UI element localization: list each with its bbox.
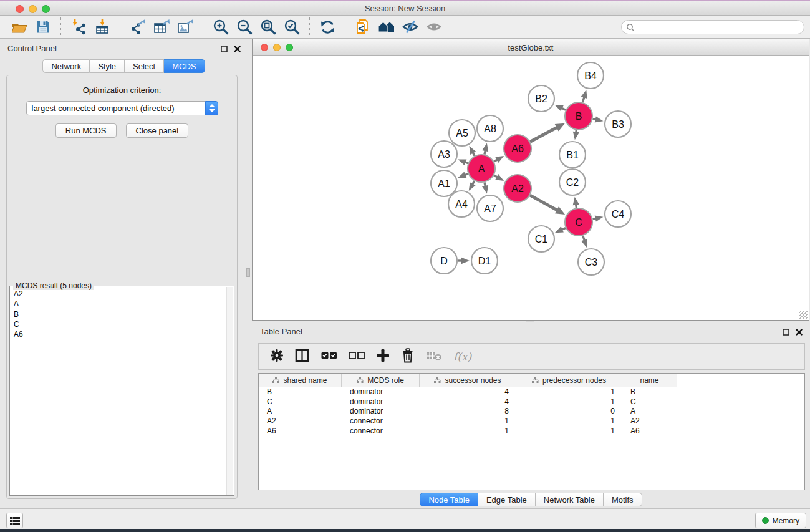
mcds-result-item[interactable]: A [11,299,225,309]
graph-node-label: A5 [456,128,468,138]
refresh-layout-icon[interactable] [317,17,338,37]
graph-node-label: C [575,217,582,228]
graph-edge-A6-B[interactable] [530,127,557,142]
mcds-result-item[interactable]: A6 [11,329,225,339]
vertical-split-handle[interactable] [246,268,250,277]
table-cell: dominator [342,407,420,417]
edge-arrowhead-icon [495,156,504,163]
memory-button[interactable]: Memory [755,513,806,528]
graph-node-label: A6 [511,143,524,154]
tab-motifs[interactable]: Motifs [604,493,642,506]
mcds-result-list: A2ABCA6 [11,289,225,494]
control-panel-close-icon[interactable] [233,44,241,53]
table-row[interactable]: Adominator80A [259,407,804,417]
tab-select[interactable]: Select [125,59,164,73]
table-cell: A2 [622,417,677,427]
table-row[interactable]: A6connector11A6 [259,427,804,437]
network-graph[interactable]: B4B2BB3A5A8A6B1A3AC2A1A2A4A7C4CC1C3DD1 [253,56,809,320]
export-network-icon[interactable] [127,17,148,37]
graph-node-label: A [478,163,485,174]
result-list-scrollbar[interactable] [226,287,233,495]
network-canvas[interactable]: B4B2BB3A5A8A6B1A3AC2A1A2A4A7C4CC1C3DD1 [253,56,809,320]
network-window-titlebar: testGlobe.txt [253,39,809,56]
control-panel-float-icon[interactable] [219,44,228,53]
zoom-selected-icon[interactable] [281,17,302,37]
table-cell: C [622,397,677,407]
hide-graphics-details-icon[interactable] [400,17,421,37]
graph-node-label: C3 [585,257,598,268]
toolbar-separator [60,17,61,36]
import-network-icon[interactable] [68,17,89,37]
create-column-plus-icon[interactable] [376,349,390,365]
tab-node-table[interactable]: Node Table [420,493,478,506]
criterion-dropdown[interactable]: largest connected component (directed) [26,101,218,115]
memory-status-dot [762,517,769,524]
edge-arrowhead-icon [461,258,470,264]
unselect-all-columns-icon[interactable] [349,351,365,362]
zoom-fit-icon[interactable] [258,17,279,37]
table-row[interactable]: Bdominator41B [259,387,804,397]
table-row[interactable]: A2connector11A2 [259,417,804,427]
column-header-MCDS-role[interactable]: MCDS role [342,374,420,387]
edge-arrowhead-icon [555,226,564,233]
edge-arrowhead-icon [495,174,504,181]
graph-node-label: B [576,111,582,122]
window-resize-grip[interactable] [799,311,808,319]
table-settings-gear-icon[interactable] [270,349,284,365]
dropdown-stepper-icon [205,101,218,115]
column-header-predecessor-nodes[interactable]: predecessor nodes [516,374,622,387]
mcds-result-item[interactable]: B [11,309,225,319]
tab-style[interactable]: Style [90,59,125,73]
desktop-edge-bottom [0,529,810,532]
table-cell: B [622,387,677,397]
graph-node-label: B2 [535,94,547,104]
show-graphics-details-icon[interactable] [423,17,445,37]
graph-node-label: D1 [478,256,491,266]
table-panel-close-icon[interactable] [794,327,803,336]
edge-arrowhead-icon [595,116,604,122]
close-panel-button[interactable]: Close panel [126,123,189,138]
table-panel-float-icon[interactable] [781,327,790,336]
delete-column-trash-icon[interactable] [401,348,415,365]
run-mcds-button[interactable]: Run MCDS [55,123,117,138]
control-panel-tabs: NetworkStyleSelectMCDS [0,59,248,73]
import-table-icon[interactable] [92,17,113,37]
save-session-icon[interactable] [32,17,54,37]
export-table-icon[interactable] [151,17,172,37]
column-header-label: name [640,376,658,385]
tab-network-table[interactable]: Network Table [536,493,604,506]
toolbar-separator [345,17,345,36]
zoom-out-icon[interactable] [234,17,255,37]
search-input[interactable] [638,21,799,33]
task-history-button[interactable] [6,513,23,528]
memory-button-label: Memory [773,516,799,525]
open-session-icon[interactable] [9,17,30,37]
column-header-name[interactable]: name [622,374,677,387]
table-cell: A6 [622,427,677,437]
zoom-in-icon[interactable] [210,17,231,37]
table-row[interactable]: Cdominator41C [259,397,804,407]
show-all-networks-icon[interactable] [376,17,397,37]
table-cell: 0 [516,407,622,417]
mcds-panel: Optimization criterion: largest connecte… [6,75,238,499]
app-window: Session: New Session [0,0,810,532]
table-cell: A [259,407,342,417]
graph-edge-A2-C[interactable] [530,195,558,211]
mcds-result-box: MCDS result (5 nodes) A2ABCA6 [9,286,234,496]
toolbar-separator [309,17,310,36]
delete-table-icon [426,349,442,364]
mcds-result-item[interactable]: A2 [11,289,225,299]
show-columns-icon[interactable] [295,349,310,365]
column-header-successor-nodes[interactable]: successor nodes [420,374,516,387]
export-image-icon[interactable] [175,17,196,37]
mcds-result-item[interactable]: C [11,319,225,329]
graph-node-label: C4 [612,209,625,220]
edge-arrowhead-icon [469,146,476,155]
select-all-columns-icon[interactable] [321,351,337,362]
table-panel-tabs: Node TableEdge TableNetwork TableMotifs [252,493,810,506]
tab-edge-table[interactable]: Edge Table [478,493,536,506]
tab-network[interactable]: Network [42,59,90,73]
tab-mcds[interactable]: MCDS [164,59,205,73]
column-header-shared-name[interactable]: shared name [259,374,342,387]
duplicate-network-icon[interactable] [352,17,374,37]
